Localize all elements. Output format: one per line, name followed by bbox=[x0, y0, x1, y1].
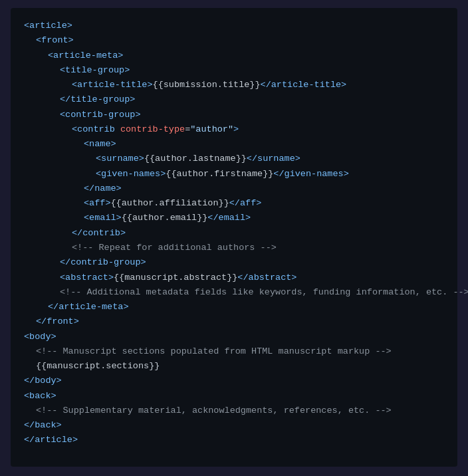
line: <article-title>{{submission.title}}</art… bbox=[24, 78, 444, 92]
template-expression: {{author.email}} bbox=[122, 213, 208, 223]
line: <front> bbox=[24, 33, 444, 48]
template-expression: {{author.affiliation}} bbox=[111, 198, 229, 208]
template-expression: {{manuscript.abstract}} bbox=[114, 273, 237, 283]
xml-tag: <name> bbox=[84, 139, 116, 149]
xml-tag: </contrib-group> bbox=[60, 257, 146, 267]
xml-tag: </abstract> bbox=[237, 273, 296, 283]
xml-tag: </title-group> bbox=[60, 94, 135, 104]
xml-tag: <email> bbox=[84, 213, 122, 223]
line: </body> bbox=[24, 374, 444, 388]
line: </title-group> bbox=[24, 92, 444, 107]
xml-tag: <contrib bbox=[72, 124, 120, 134]
line: <contrib-group> bbox=[24, 108, 444, 122]
xml-comment: <!-- Supplementary material, acknowledgm… bbox=[36, 406, 392, 416]
line: </article-meta> bbox=[24, 300, 444, 314]
template-expression: {{submission.title}} bbox=[153, 80, 261, 90]
template-expression: {{author.firstname}} bbox=[166, 169, 273, 179]
line: <email>{{author.email}}</email> bbox=[24, 211, 444, 225]
attr-name: contrib-type bbox=[120, 124, 185, 134]
xml-tag: </body> bbox=[24, 376, 62, 386]
xml-tag: <back> bbox=[24, 391, 57, 401]
line: </back> bbox=[24, 418, 444, 433]
xml-tag: <surname> bbox=[96, 154, 144, 164]
xml-tag: <front> bbox=[36, 35, 74, 45]
xml-comment: <!-- Additional metadata fields like key… bbox=[60, 287, 468, 297]
line: <title-group> bbox=[24, 63, 444, 78]
xml-tag: </name> bbox=[84, 183, 122, 193]
line: <!-- Repeat for additional authors --> bbox=[24, 241, 444, 255]
attr-value: "author" bbox=[190, 124, 233, 134]
line: </contrib> bbox=[24, 226, 444, 241]
line: <article> bbox=[24, 19, 444, 33]
xml-tag: </aff> bbox=[229, 198, 262, 208]
xml-tag: <given-names> bbox=[96, 169, 166, 179]
code-block: <article><front><article-meta><title-gro… bbox=[11, 8, 457, 467]
line: <!-- Additional metadata fields like key… bbox=[24, 285, 444, 300]
xml-tag: <body> bbox=[24, 332, 57, 342]
xml-tag: <title-group> bbox=[60, 65, 130, 75]
line: <back> bbox=[24, 389, 444, 404]
line: <given-names>{{author.firstname}}</given… bbox=[24, 167, 444, 181]
xml-tag: <article-meta> bbox=[48, 51, 123, 60]
line: </front> bbox=[24, 314, 444, 329]
xml-tag: </contrib> bbox=[72, 228, 126, 238]
line: <!-- Supplementary material, acknowledgm… bbox=[24, 404, 444, 418]
xml-tag: <abstract> bbox=[60, 273, 114, 283]
line: </name> bbox=[24, 181, 444, 196]
xml-tag: </front> bbox=[36, 316, 79, 326]
line: <!-- Manuscript sections populated from … bbox=[24, 344, 444, 359]
template-expression: {{manuscript.sections}} bbox=[36, 361, 160, 371]
line: <contrib contrib-type="author"> bbox=[24, 122, 444, 137]
template-expression: {{author.lastname}} bbox=[144, 154, 247, 164]
line: <abstract>{{manuscript.abstract}}</abstr… bbox=[24, 271, 444, 285]
xml-tag: </surname> bbox=[247, 154, 300, 164]
xml-tag: </article-title> bbox=[261, 80, 347, 90]
line: <name> bbox=[24, 137, 444, 152]
line: </contrib-group> bbox=[24, 255, 444, 270]
xml-tag: > bbox=[233, 124, 239, 134]
line: {{manuscript.sections}} bbox=[24, 359, 444, 374]
line: <surname>{{author.lastname}}</surname> bbox=[24, 152, 444, 166]
line: <body> bbox=[24, 330, 444, 344]
line: <aff>{{author.affiliation}}</aff> bbox=[24, 196, 444, 211]
xml-tag: </article> bbox=[24, 435, 78, 445]
xml-tag: </back> bbox=[24, 420, 62, 430]
xml-tag: </given-names> bbox=[273, 169, 348, 179]
xml-comment: <!-- Repeat for additional authors --> bbox=[72, 243, 277, 253]
xml-tag: <article-title> bbox=[72, 80, 153, 90]
xml-tag: <contrib-group> bbox=[60, 110, 141, 120]
line: </article> bbox=[24, 433, 444, 447]
line: <article-meta> bbox=[24, 49, 444, 63]
xml-tag: </article-meta> bbox=[48, 302, 129, 312]
xml-tag: <aff> bbox=[84, 198, 111, 208]
xml-tag: </email> bbox=[207, 213, 251, 223]
xml-tag: <article> bbox=[24, 21, 72, 31]
code-content: <article><front><article-meta><title-gro… bbox=[24, 19, 444, 448]
xml-comment: <!-- Manuscript sections populated from … bbox=[36, 346, 392, 356]
